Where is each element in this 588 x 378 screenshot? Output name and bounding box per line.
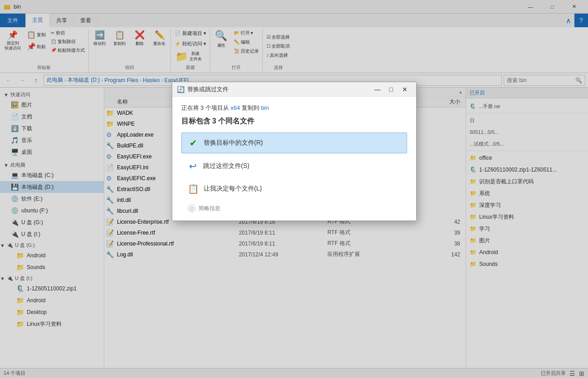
replace-option-label: 替换目标中的文件(R) <box>204 139 263 147</box>
dialog-title-bar: 🔄 替换或跳过文件 — □ ✕ <box>172 82 416 97</box>
dialog-option-skip[interactable]: ↩ 跳过这些文件(S) <box>181 156 407 176</box>
decide-option-label: 让我决定每个文件(L) <box>204 185 262 193</box>
dialog-minimize-btn[interactable]: — <box>371 84 384 95</box>
dialog-close-btn[interactable]: ✕ <box>398 84 412 95</box>
dialog-subtitle: 目标包含 3 个同名文件 <box>181 117 407 126</box>
dialog-controls: — □ ✕ <box>371 84 412 95</box>
dialog-overlay: 🔄 替换或跳过文件 — □ ✕ 正在将 3 个项目从 x64 复制到 bin <box>0 0 588 378</box>
brief-info-label: 简略信息 <box>199 205 220 212</box>
decide-option-icon: 📋 <box>188 183 199 194</box>
skip-option-icon: ↩ <box>188 161 199 172</box>
dialog-copy-info: 正在将 3 个项目从 x64 复制到 bin <box>181 104 407 112</box>
dialog-body: 正在将 3 个项目从 x64 复制到 bin 目标包含 3 个同名文件 ✔ 替换… <box>172 97 416 221</box>
dialog-option-decide[interactable]: 📋 让我决定每个文件(L) <box>181 179 407 199</box>
dest-link[interactable]: bin <box>261 104 269 111</box>
window: bin — □ ✕ 文件 主页 共享 查看 ∧ ? <box>0 0 588 378</box>
dialog-title-icon: 🔄 <box>177 86 185 93</box>
dialog-brief-toggle[interactable]: ⊙ 简略信息 <box>181 201 407 215</box>
dialog-option-replace[interactable]: ✔ 替换目标中的文件(R) <box>181 133 407 153</box>
skip-option-label: 跳过这些文件(S) <box>203 162 250 170</box>
brief-chevron-icon: ⊙ <box>188 204 196 212</box>
source-link[interactable]: x64 <box>231 104 240 111</box>
replace-option-icon: ✔ <box>188 137 199 148</box>
dialog-title: 替换或跳过文件 <box>187 85 371 93</box>
dialog-maximize-btn[interactable]: □ <box>384 84 398 95</box>
replace-dialog: 🔄 替换或跳过文件 — □ ✕ 正在将 3 个项目从 x64 复制到 bin <box>172 82 417 221</box>
